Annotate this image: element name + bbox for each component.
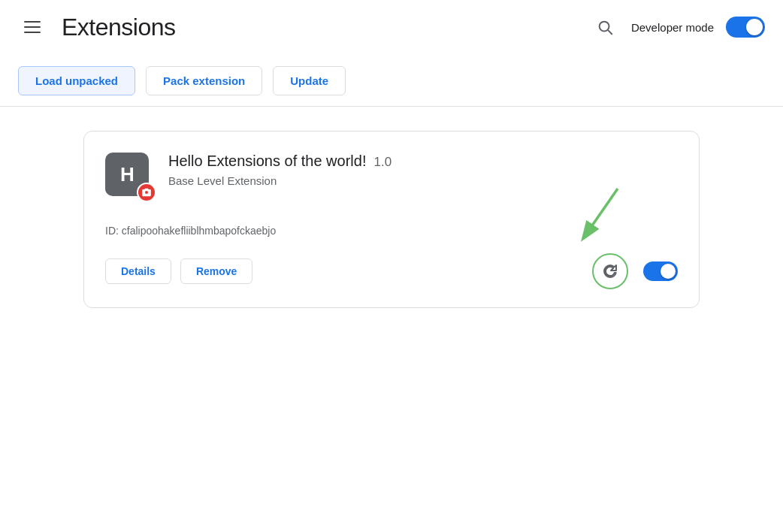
extension-card: H Hello Extensions of the world! 1.0 Bas… <box>83 131 700 308</box>
toggle-thumb <box>746 19 763 35</box>
extension-card-bottom: Details Remove <box>105 253 678 289</box>
camera-icon <box>141 187 152 198</box>
extension-icon-letter: H <box>120 163 134 186</box>
header: Extensions Developer mode <box>0 0 783 54</box>
reload-icon <box>601 262 619 280</box>
svg-line-1 <box>608 30 612 34</box>
header-left: Extensions <box>18 14 176 41</box>
extension-card-top: H Hello Extensions of the world! 1.0 Bas… <box>105 153 678 201</box>
header-right: Developer mode <box>591 13 765 41</box>
developer-mode-label: Developer mode <box>631 21 714 34</box>
hamburger-menu[interactable] <box>18 15 47 39</box>
extension-icon-wrap: H <box>105 153 153 201</box>
remove-button[interactable]: Remove <box>180 258 252 284</box>
main-content: H Hello Extensions of the world! 1.0 Bas… <box>0 107 783 332</box>
card-toggle-thumb <box>661 264 676 279</box>
extension-enable-toggle[interactable] <box>643 261 678 281</box>
page-title: Extensions <box>62 14 176 41</box>
extension-badge <box>137 183 156 202</box>
details-button[interactable]: Details <box>105 258 171 284</box>
reload-button[interactable] <box>592 253 628 289</box>
search-icon <box>597 19 613 35</box>
extension-id: ID: cfalipoohakefliiblhmbapofckaebjo <box>105 225 678 237</box>
update-button[interactable]: Update <box>273 66 346 95</box>
developer-mode-toggle[interactable] <box>726 17 765 38</box>
extension-description: Base Level Extension <box>168 174 678 187</box>
toolbar: Load unpacked Pack extension Update <box>0 54 783 107</box>
search-button[interactable] <box>591 13 619 41</box>
reload-button-wrap <box>592 253 628 289</box>
load-unpacked-button[interactable]: Load unpacked <box>18 66 135 95</box>
extension-name: Hello Extensions of the world! <box>168 153 366 170</box>
extension-name-row: Hello Extensions of the world! 1.0 <box>168 153 678 170</box>
extension-info: Hello Extensions of the world! 1.0 Base … <box>168 153 678 187</box>
extension-version: 1.0 <box>373 155 392 170</box>
pack-extension-button[interactable]: Pack extension <box>146 66 262 95</box>
